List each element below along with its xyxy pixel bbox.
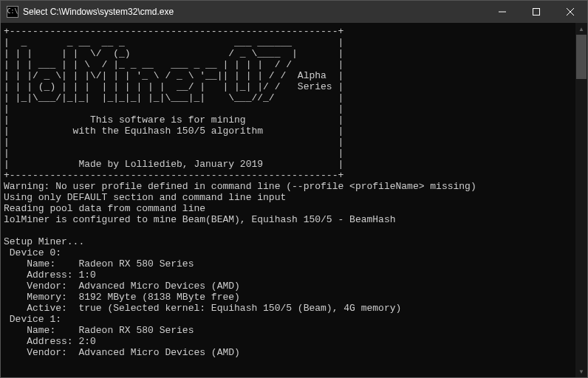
scrollbar-thumb[interactable] [576,35,587,79]
minimize-icon [499,8,506,16]
device-name: Name: Radeon RX 580 Series [4,258,194,269]
device-name: Name: Radeon RX 580 Series [4,325,194,336]
close-button[interactable] [553,1,587,23]
device-address: Address: 2:0 [4,336,96,347]
setup-line: Setup Miner... [4,236,84,247]
maximize-button[interactable] [519,1,553,23]
warning-line: Warning: No user profile defined in comm… [4,181,476,192]
ascii-banner: +---------------------------------------… [4,26,343,181]
device-memory: Memory: 8192 MByte (8138 MByte free) [4,292,240,303]
svg-rect-1 [533,9,540,16]
device-address: Address: 1:0 [4,269,96,281]
minimize-button[interactable] [485,1,519,23]
scroll-down-arrow-icon[interactable]: ▼ [575,365,587,377]
device-active: Active: true (Selected kernel: Equihash … [4,303,401,314]
vertical-scrollbar[interactable]: ▲ ▼ [575,23,587,377]
reading-pool-line: Reading pool data from command line [4,203,205,214]
window-controls [485,1,587,23]
configured-line: lolMiner is configured to mine Beam(BEAM… [4,214,396,225]
device-vendor: Vendor: Advanced Micro Devices (AMD) [4,347,240,358]
cmd-icon: C:\ [7,6,18,18]
window-titlebar: C:\ Select C:\Windows\system32\cmd.exe [1,1,587,23]
console-output[interactable]: +---------------------------------------… [1,23,575,377]
device-header: Device 0: [4,247,61,258]
scroll-up-arrow-icon[interactable]: ▲ [575,23,587,35]
console-area: +---------------------------------------… [1,23,587,377]
maximize-icon [533,8,540,16]
close-icon [567,8,574,16]
default-section-line: Using only DEFAULT section and command l… [4,192,286,203]
device-header: Device 1: [4,314,61,325]
device-vendor: Vendor: Advanced Micro Devices (AMD) [4,281,240,292]
window-title: Select C:\Windows\system32\cmd.exe [23,7,485,17]
